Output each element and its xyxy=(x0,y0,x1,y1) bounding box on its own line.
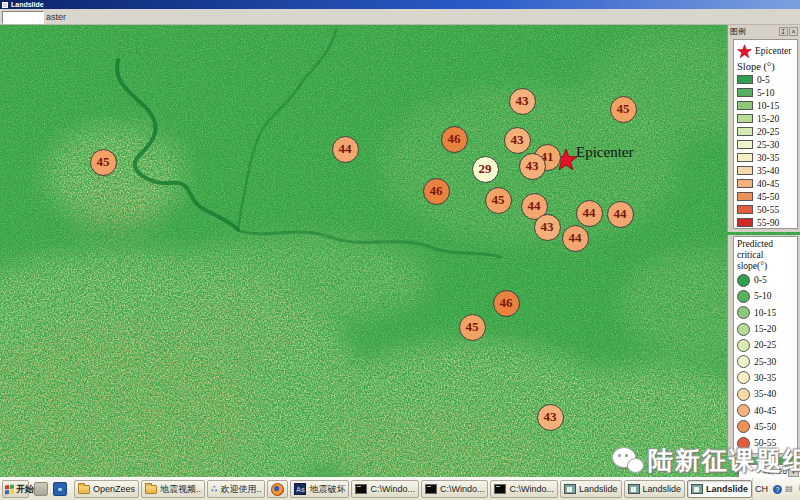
removable-device-icon[interactable]: ▤ xyxy=(784,484,794,494)
windows-logo-icon xyxy=(5,484,14,494)
taskbar-button-label: 地震视频.. xyxy=(160,483,201,496)
legend-panel-critical-slope: Predicted critical slope(°) 0-55-1010-15… xyxy=(727,235,800,457)
app-icon xyxy=(2,2,8,8)
window-icon xyxy=(628,484,640,494)
legend-item: 45-50 xyxy=(737,190,797,203)
legend-swatch xyxy=(737,404,750,417)
legend-item-label: 55-90 xyxy=(757,218,779,228)
legend-swatch xyxy=(737,274,750,287)
taskbar-button-landslide-2[interactable]: Landslide xyxy=(624,480,686,498)
layer-combobox[interactable] xyxy=(2,11,44,24)
legend-item: 15-20 xyxy=(737,112,797,125)
legend-panel-title: 图例 xyxy=(730,26,746,37)
legend-item-label: 25-30 xyxy=(754,357,776,367)
legend-item-label: 15-20 xyxy=(754,324,776,334)
legend-item-label: 35-40 xyxy=(757,166,779,176)
legend-swatch xyxy=(737,205,753,214)
critical-legend-title-2: slope(°) xyxy=(737,261,797,272)
legend-item-label: 10-15 xyxy=(757,101,779,111)
legend-swatch xyxy=(737,323,750,336)
flag-icon[interactable]: ⚐ xyxy=(796,484,800,494)
legend-item: 45-50 xyxy=(737,419,797,435)
taskbar-button-earthquake-folder[interactable]: 地震视频.. xyxy=(141,480,205,498)
taskbar: 开始 » OpenZees地震视频..∴欢迎使用..As地震破坏C:\Windo… xyxy=(0,477,800,500)
legend-item-label: 35-40 xyxy=(754,389,776,399)
legend-item: 20-25 xyxy=(737,125,797,138)
legend-swatch xyxy=(737,166,753,175)
legend-swatch xyxy=(737,388,750,401)
legend-item: 40-45 xyxy=(737,402,797,418)
taskbar-button-landslide-1[interactable]: Landslide xyxy=(560,480,622,498)
taskbar-button-label: 地震破坏 xyxy=(309,483,345,496)
quick-launch-shell-icon[interactable]: » xyxy=(53,482,67,496)
taskbar-button-console-3[interactable]: C:\Windo... xyxy=(490,480,558,498)
legend-swatch xyxy=(737,179,753,188)
map-canvas[interactable] xyxy=(0,25,800,477)
legend-item: 5-10 xyxy=(737,86,797,99)
titlebar: Landslide xyxy=(0,0,800,9)
legend-item: 20-25 xyxy=(737,337,797,353)
legend-item: 10-15 xyxy=(737,99,797,112)
legend-item: 30-35 xyxy=(737,151,797,164)
legend-item: 50-55 xyxy=(737,203,797,216)
legend-item-label: 0-5 xyxy=(757,75,770,85)
taskbar-button-console-2[interactable]: C:\Windo... xyxy=(421,480,489,498)
help-icon[interactable]: ? xyxy=(773,485,782,494)
taskbar-button-welcome[interactable]: ∴欢迎使用.. xyxy=(207,480,265,498)
legend-swatch xyxy=(737,153,753,162)
legend-swatch xyxy=(737,114,753,123)
legend-swatch xyxy=(737,218,753,227)
taskbar-button-firefox[interactable] xyxy=(267,480,288,498)
start-button[interactable]: 开始 xyxy=(2,480,29,498)
quick-launch-computer-icon[interactable] xyxy=(34,482,48,496)
legend-item: 5-10 xyxy=(737,288,797,304)
legend-swatch xyxy=(737,140,753,149)
watermark-text: 陆新征课题组 xyxy=(648,444,800,477)
share-icon: ∴ xyxy=(211,484,217,494)
legend-item: 25-30 xyxy=(737,353,797,369)
language-indicator[interactable]: CH xyxy=(753,484,770,494)
taskbar-button-as-app[interactable]: As地震破坏 xyxy=(290,480,349,498)
legend-item: 10-15 xyxy=(737,305,797,321)
taskbar-button-console-1[interactable]: C:\Windo... xyxy=(351,480,419,498)
close-icon[interactable]: × xyxy=(789,27,798,36)
legend-swatch xyxy=(737,339,750,352)
legend-swatch xyxy=(737,306,750,319)
console-icon xyxy=(425,484,437,494)
watermark: 陆新征课题组 xyxy=(612,444,800,477)
legend-item-label: 20-25 xyxy=(757,127,779,137)
legend-item-label: 40-45 xyxy=(757,179,779,189)
taskbar-button-label: Landslide xyxy=(706,484,748,494)
taskbar-button-label: C:\Windo... xyxy=(440,484,485,494)
legend-item: 30-35 xyxy=(737,370,797,386)
folder-icon xyxy=(145,485,157,494)
legend-epicenter-label: Epicenter xyxy=(755,46,791,56)
taskbar-button-label: C:\Windo... xyxy=(509,484,554,494)
legend-item-label: 30-35 xyxy=(757,153,779,163)
legend-swatch xyxy=(737,192,753,201)
taskbar-button-landslide-3[interactable]: Landslide xyxy=(687,480,752,498)
legend-swatch xyxy=(737,127,753,136)
as-icon: As xyxy=(294,483,306,495)
pin-icon[interactable]: ↧ xyxy=(779,27,788,36)
legend-item-label: 45-50 xyxy=(757,192,779,202)
legend-item: 35-40 xyxy=(737,386,797,402)
folder-icon xyxy=(78,485,90,494)
slope-raster xyxy=(0,25,800,477)
legend-item: 25-30 xyxy=(737,138,797,151)
critical-slope-legend-box: Predicted critical slope(°) 0-55-1010-15… xyxy=(733,236,798,454)
legend-swatch xyxy=(737,101,753,110)
taskbar-button-label: Landslide xyxy=(643,484,682,494)
legend-item-label: 5-10 xyxy=(757,88,774,98)
taskbar-button-openzees[interactable]: OpenZees xyxy=(74,480,139,498)
slope-legend-box: Epicenter Slope (°) 0-55-1010-1515-2020-… xyxy=(733,39,798,229)
console-icon xyxy=(494,484,506,494)
toolbar-label: aster xyxy=(46,12,66,22)
legend-item: 15-20 xyxy=(737,321,797,337)
window-icon xyxy=(691,484,703,494)
legend-swatch xyxy=(737,420,750,433)
legend-item-label: 40-45 xyxy=(754,406,776,416)
legend-item: 0-5 xyxy=(737,73,797,86)
legend-item-label: 0-5 xyxy=(754,275,767,285)
critical-legend-title-1: Predicted critical xyxy=(737,239,797,261)
